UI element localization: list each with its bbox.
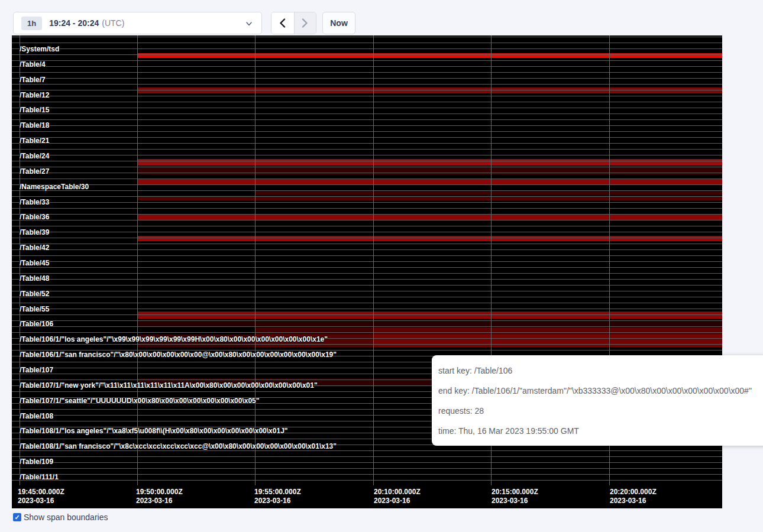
tick-date: 2023-03-16 [492,497,538,505]
duration-badge: 1h [21,17,42,30]
column-boundary-line [255,35,256,485]
tooltip-end-key: end key: /Table/106/1/"amsterdam"/"\xb33… [438,381,763,401]
row-label: /Table/24 [20,151,49,161]
checkbox-label: Show span boundaries [24,512,108,522]
time-nav-group [271,12,316,34]
column-boundary-line [137,35,138,485]
prev-range-button[interactable] [271,12,294,34]
x-axis-tick: 20:10:00.000Z2023-03-16 [374,488,421,505]
tick-time: 20:10:00.000Z [374,488,421,497]
row-label: /NamespaceTable/30 [20,182,89,192]
x-axis-tick: 19:45:00.000Z2023-03-16 [18,488,64,505]
x-axis-tick: 19:55:00.000Z2023-03-16 [254,488,301,505]
row-label: /Table/108/1/"los angeles"/"\xa8\xf5\u00… [20,426,288,436]
chevron-down-icon [245,20,253,28]
row-label: /Table/106/1/"los angeles"/"\x99\x99\x99… [20,335,328,344]
tick-date: 2023-03-16 [18,497,64,505]
tooltip-start-key: start key: /Table/106 [438,361,763,381]
chevron-right-icon [302,18,308,28]
tick-date: 2023-03-16 [374,497,421,505]
tick-date: 2023-03-16 [136,497,183,505]
row-label: /Table/4 [20,60,46,69]
x-axis-tick: 20:15:00.000Z2023-03-16 [492,488,538,505]
row-label: /Table/18 [20,121,49,130]
column-boundary-line [373,35,374,485]
tooltip-time: time: Thu, 16 Mar 2023 19:55:00 GMT [438,421,763,441]
row-label: /Table/33 [20,197,49,207]
key-visualizer-chart[interactable]: /System/tsd/Table/4/Table/7/Table/12/Tab… [12,35,722,508]
hover-tooltip: start key: /Table/106 end key: /Table/10… [432,355,763,446]
tick-time: 20:20:00.000Z [610,488,657,497]
row-label: /Table/15 [20,105,49,115]
time-range-label: 19:24 - 20:24 [49,18,99,28]
row-label: /Table/7 [20,75,46,85]
tick-time: 19:55:00.000Z [254,488,301,497]
row-label: /Table/108 [20,411,53,421]
x-axis: 19:45:00.000Z2023-03-1619:50:00.000Z2023… [12,485,722,508]
show-span-boundaries-toggle[interactable]: ✓ Show span boundaries [13,512,108,522]
tick-time: 20:15:00.000Z [492,488,538,497]
row-label: /Table/27 [20,167,49,176]
tick-time: 19:50:00.000Z [136,488,183,497]
row-label: /Table/111/1 [20,472,59,482]
row-label: /Table/48 [20,274,49,283]
tick-time: 19:45:00.000Z [18,488,64,497]
tick-date: 2023-03-16 [610,497,657,505]
timezone-label: (UTC) [102,18,124,28]
row-label: /Table/45 [20,258,49,268]
row-label: /Table/106 [20,319,53,329]
x-axis-tick: 19:50:00.000Z2023-03-16 [136,488,183,505]
show-span-boundaries-checkbox[interactable]: ✓ [13,513,21,521]
row-label: /Table/21 [20,136,49,145]
check-icon: ✓ [14,514,20,521]
row-label: /Table/107/1/"seattle"/"UUUUUUD\x00\x80\… [20,396,259,406]
row-label: /System/tsd [20,44,59,54]
row-label: /Table/108/1/"san francisco"/"\x8c\xcc\x… [20,442,337,451]
row-label: /Table/109 [20,457,53,466]
row-label: /Table/107/1/"new york"/"\x11\x11\x11\x1… [20,381,318,390]
tick-date: 2023-03-16 [254,497,301,505]
row-label: /Table/106/1/"san francisco"/"\x80\x00\x… [20,350,337,359]
chevron-left-icon [279,18,286,28]
next-range-button[interactable] [294,12,316,34]
tooltip-requests: requests: 28 [438,401,763,421]
row-label: /Table/39 [20,228,49,237]
row-label: /Table/36 [20,212,49,222]
row-label: /Table/52 [20,289,49,299]
time-range-select[interactable]: 1h 19:24 - 20:24 (UTC) [13,12,262,34]
row-label: /Table/42 [20,243,49,252]
row-label: /Table/12 [20,90,49,100]
row-label: /Table/55 [20,304,49,314]
toolbar: 1h 19:24 - 20:24 (UTC) Now [0,0,763,35]
now-button[interactable]: Now [322,12,355,34]
x-axis-tick: 20:20:00.000Z2023-03-16 [610,488,657,505]
row-label: /Table/107 [20,365,53,375]
